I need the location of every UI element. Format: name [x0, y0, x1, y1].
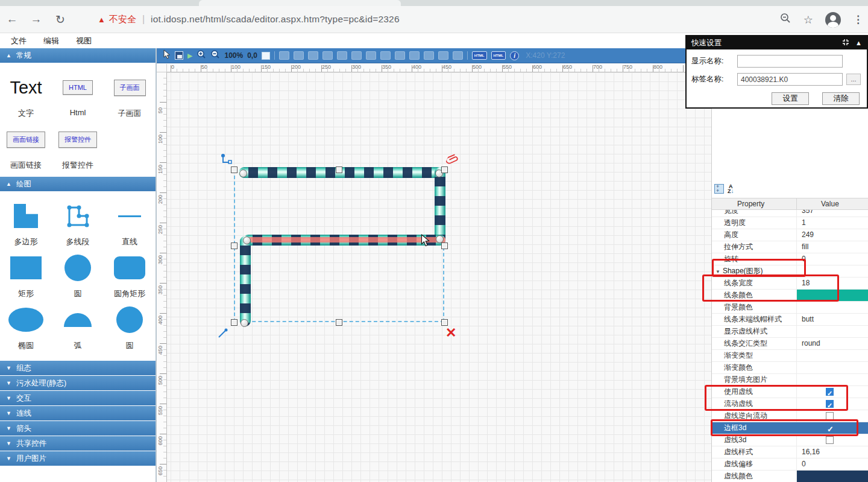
dock-icon[interactable] — [842, 39, 849, 47]
section-header-用户图片[interactable]: ▼用户图片 — [0, 451, 156, 466]
security-warning-label[interactable]: 不安全 — [109, 14, 136, 25]
property-row-背景填充图片[interactable]: 背景填充图片 — [712, 374, 868, 386]
property-row-透明度[interactable]: 透明度1 — [712, 217, 868, 229]
clear-button[interactable]: 清除 — [822, 92, 860, 105]
property-value[interactable] — [796, 422, 868, 434]
property-row-线条颜色[interactable]: 线条颜色 — [712, 290, 868, 302]
property-value[interactable] — [796, 386, 868, 398]
tool-子画面[interactable]: 子画面子画面 — [104, 72, 156, 119]
polyline-icon — [64, 200, 91, 232]
section-header-连线[interactable]: ▼连线 — [0, 406, 156, 420]
back-icon[interactable]: ← — [0, 13, 24, 26]
tool-Html[interactable]: HTMLHtml — [52, 72, 104, 119]
checkbox-unchecked[interactable] — [826, 436, 834, 444]
select-cursor-icon[interactable] — [163, 49, 171, 62]
property-value[interactable] — [796, 290, 868, 301]
tool-圆[interactable]: 圆 — [52, 252, 104, 299]
property-value[interactable] — [796, 398, 868, 410]
property-row-线条末端线帽样式[interactable]: 线条末端线帽样式butt — [712, 314, 868, 326]
tool-报警控件[interactable]: 报警控件报警控件 — [52, 124, 104, 171]
checkbox-checked[interactable] — [826, 424, 834, 432]
tool-文字[interactable]: Text文字 — [0, 72, 52, 119]
collapse-panel-icon[interactable]: ▲ — [855, 39, 862, 46]
section-header-共享控件[interactable]: ▼共享控件 — [0, 436, 156, 451]
tool-label: 圆 — [126, 340, 134, 351]
property-row-虚线3d[interactable]: 虚线3d — [712, 434, 868, 446]
section-header-general[interactable]: ▲ 常规 — [0, 48, 156, 63]
property-row-渐变类型[interactable]: 渐变类型 — [712, 350, 868, 362]
color-swatch[interactable] — [797, 290, 868, 301]
checkbox-unchecked[interactable] — [826, 412, 834, 420]
categorized-view-icon[interactable] — [714, 184, 724, 194]
zoom-out-icon[interactable] — [210, 49, 220, 62]
tool-preview-button[interactable]: HTML — [63, 80, 93, 95]
menu-item-编辑[interactable]: 编辑 — [43, 36, 59, 46]
browser-active-tab[interactable] — [199, 0, 401, 6]
property-row-虚线逆向流动[interactable]: 虚线逆向流动 — [712, 410, 868, 422]
forward-icon[interactable]: → — [24, 13, 48, 26]
property-row-背景颜色[interactable]: 背景颜色 — [712, 302, 868, 314]
display-name-input[interactable] — [737, 55, 843, 68]
property-row-线条宽度[interactable]: 线条宽度18 — [712, 277, 868, 290]
tag-browse-button[interactable]: ... — [846, 74, 861, 85]
tag-name-input[interactable] — [737, 73, 843, 86]
menu-item-视图[interactable]: 视图 — [76, 36, 92, 46]
checkbox-checked[interactable] — [826, 400, 834, 408]
tool-画面链接[interactable]: 画面链接画面链接 — [0, 124, 52, 171]
property-row-虚线偏移[interactable]: 虚线偏移0 — [712, 458, 868, 471]
tool-preview-button[interactable]: 画面链接 — [7, 132, 45, 148]
property-row-旋转[interactable]: 旋转0 — [712, 253, 868, 265]
section-header-箭头[interactable]: ▼箭头 — [0, 421, 156, 436]
property-row-显示虚线样式[interactable]: 显示虚线样式 — [712, 326, 868, 338]
menu-item-文件[interactable]: 文件 — [11, 36, 27, 46]
browser-menu-icon[interactable]: ⋮ — [853, 13, 863, 26]
property-value[interactable] — [796, 471, 868, 482]
property-row-Shape(图形)[interactable]: ▼Shape(图形) — [712, 265, 868, 277]
sort-az-icon[interactable]: AZ↓ — [728, 184, 734, 194]
section-header-drawing[interactable]: ▲ 绘图 — [0, 177, 156, 191]
set-button[interactable]: 设置 — [772, 92, 809, 105]
property-value[interactable] — [796, 410, 868, 422]
property-row-虚线颜色[interactable]: 虚线颜色 — [712, 471, 868, 482]
tool-多线段[interactable]: 多线段 — [52, 200, 104, 247]
property-row-使用虚线[interactable]: 使用虚线 — [712, 386, 868, 398]
property-row-高度[interactable]: 高度249 — [712, 229, 868, 241]
html-view-icon[interactable]: HTML — [491, 51, 506, 60]
tool-直线[interactable]: 直线 — [104, 200, 156, 247]
property-row-虚线样式[interactable]: 虚线样式16,16 — [712, 446, 868, 458]
tool-弧[interactable]: 弧 — [52, 304, 104, 351]
tool-矩形[interactable]: 矩形 — [0, 252, 52, 299]
property-row-渐变颜色[interactable]: 渐变颜色 — [712, 362, 868, 374]
profile-avatar[interactable] — [825, 12, 841, 28]
property-row-拉伸方式[interactable]: 拉伸方式fill — [712, 241, 868, 253]
tool-圆角矩形[interactable]: 圆角矩形 — [104, 252, 156, 299]
bookmark-star-icon[interactable]: ☆ — [804, 13, 813, 27]
section-header-交互[interactable]: ▼交互 — [0, 391, 156, 405]
property-row-流动虚线[interactable]: 流动虚线 — [712, 398, 868, 410]
tool-多边形[interactable]: 多边形 — [0, 200, 52, 247]
canvas-settings-icon[interactable] — [262, 52, 270, 60]
tool-preview-button[interactable]: 报警控件 — [58, 132, 97, 148]
security-warning-icon[interactable]: ▲ — [98, 15, 105, 24]
zoom-in-icon[interactable] — [197, 49, 206, 62]
html-export-icon[interactable]: HTML — [472, 51, 487, 60]
color-swatch[interactable] — [797, 471, 868, 482]
property-row-边框3d[interactable]: 边框3d — [712, 422, 868, 434]
info-icon[interactable]: i — [510, 51, 519, 60]
run-icon[interactable]: ▶ — [187, 52, 192, 60]
save-icon[interactable] — [175, 51, 183, 60]
design-canvas[interactable] — [167, 72, 711, 482]
property-row-线条交汇类型[interactable]: 线条交汇类型round — [712, 338, 868, 350]
section-header-污水处理(静态)[interactable]: ▼污水处理(静态) — [0, 376, 156, 390]
address-url[interactable]: iot.idosp.net/html/scada/editor.aspx.htm… — [151, 14, 400, 25]
tool-椭圆[interactable]: 椭圆 — [0, 304, 52, 351]
general-tools-grid: Text文字HTMLHtml子画面子画面画面链接画面链接报警控件报警控件 — [0, 63, 156, 177]
checkbox-checked[interactable] — [826, 388, 834, 396]
zoom-out-page-icon[interactable] — [779, 12, 791, 27]
tool-preview-button[interactable]: 子画面 — [114, 80, 146, 96]
property-value[interactable] — [796, 434, 868, 446]
section-header-组态[interactable]: ▼组态 — [0, 361, 156, 375]
property-value: 18 — [796, 277, 868, 289]
tool-圆[interactable]: 圆 — [104, 304, 156, 351]
reload-icon[interactable]: ↻ — [48, 13, 72, 27]
